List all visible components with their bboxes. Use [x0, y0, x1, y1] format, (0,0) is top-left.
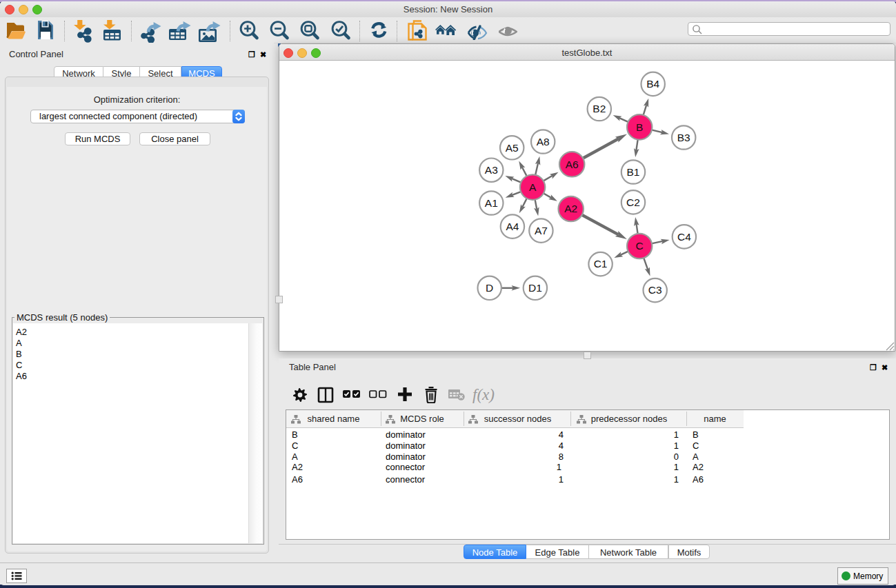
svg-text:B2: B2 [593, 103, 606, 114]
svg-text:A6: A6 [566, 159, 579, 170]
svg-text:A4: A4 [506, 221, 519, 232]
svg-text:A3: A3 [485, 164, 498, 176]
svg-text:B4: B4 [646, 78, 659, 90]
svg-text:B1: B1 [627, 166, 640, 178]
svg-text:C: C [636, 240, 644, 252]
svg-text:A8: A8 [537, 136, 550, 148]
svg-text:A2: A2 [564, 203, 577, 214]
svg-text:A5: A5 [506, 142, 519, 154]
svg-text:C3: C3 [648, 284, 662, 296]
svg-text:D: D [486, 282, 493, 294]
svg-text:A: A [529, 181, 537, 193]
svg-text:D1: D1 [528, 282, 542, 294]
svg-text:A7: A7 [535, 225, 548, 236]
svg-text:A1: A1 [485, 197, 498, 209]
svg-text:B: B [636, 121, 643, 133]
svg-text:C1: C1 [594, 258, 608, 270]
svg-text:C2: C2 [626, 196, 640, 208]
svg-text:C4: C4 [677, 231, 691, 243]
svg-text:B3: B3 [677, 132, 690, 143]
